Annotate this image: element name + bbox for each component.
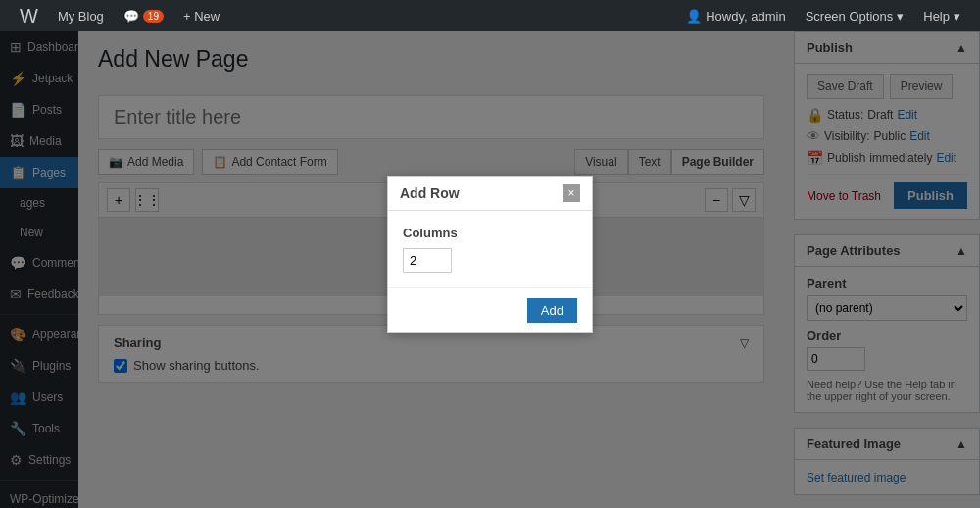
screen-options-label: Screen Options — [806, 9, 894, 24]
comment-icon: 💬 — [123, 9, 139, 24]
help-arrow: ▾ — [954, 9, 960, 24]
screen-options-btn[interactable]: Screen Options ▾ — [796, 0, 914, 31]
wp-logo-icon: W — [20, 5, 38, 27]
modal-footer: Add — [388, 287, 592, 332]
site-title: My Blog — [58, 9, 104, 24]
admin-bar: W My Blog 💬 19 + New 👤 Howdy, admin Scre… — [0, 0, 980, 31]
new-label: + New — [183, 9, 220, 24]
comments-item[interactable]: 💬 19 — [114, 0, 173, 31]
columns-label: Columns — [403, 226, 577, 240]
site-title-item[interactable]: My Blog — [48, 0, 114, 31]
modal-close-button[interactable]: × — [563, 184, 580, 202]
screen-options-toggle[interactable]: 👤 Howdy, admin — [676, 0, 795, 31]
columns-input[interactable] — [403, 248, 452, 273]
modal-overlay[interactable]: Add Row × Columns Add — [0, 0, 980, 508]
modal-title: Add Row — [400, 185, 460, 201]
comment-count: 19 — [143, 10, 164, 23]
add-button[interactable]: Add — [527, 298, 577, 323]
help-label: Help — [923, 9, 950, 24]
new-item[interactable]: + New — [173, 0, 229, 31]
screen-options-arrow: ▾ — [897, 9, 904, 24]
wp-logo-item[interactable]: W — [10, 0, 48, 31]
modal-close-icon: × — [567, 186, 574, 200]
add-row-modal: Add Row × Columns Add — [387, 176, 593, 333]
screen-options-icon: 👤 — [686, 9, 702, 24]
modal-body: Columns — [388, 211, 592, 287]
help-btn[interactable]: Help ▾ — [913, 0, 970, 31]
modal-header: Add Row × — [388, 177, 592, 211]
greeting-text: Howdy, admin — [706, 9, 785, 24]
add-button-label: Add — [541, 303, 564, 318]
